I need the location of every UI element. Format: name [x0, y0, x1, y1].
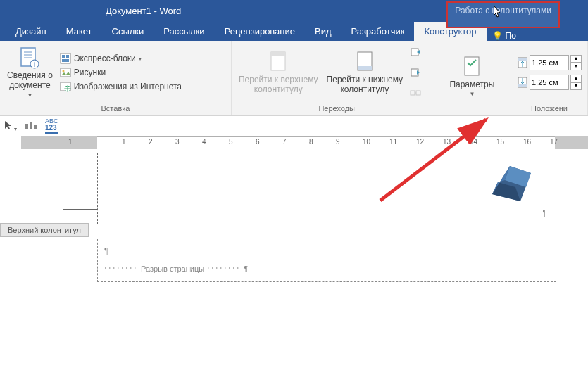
ruler-tick: 15 [496, 138, 504, 146]
group-options: Параметры ▼ [442, 41, 511, 115]
goto-header-icon [267, 51, 289, 73]
tab-review[interactable]: Рецензирование [215, 22, 305, 41]
tell-me-label: По [506, 31, 516, 41]
body-dimmed-area [97, 239, 556, 282]
ruler-tick: 7 [282, 138, 287, 146]
online-picture-icon [60, 81, 71, 92]
previous-section-icon[interactable] [410, 46, 421, 58]
group-navigation: Перейти к верхнему колонтитулу Перейти к… [232, 41, 442, 115]
quick-access: ▾ ABC123 [0, 116, 588, 136]
tab-design[interactable]: Дизайн [6, 22, 56, 41]
tab-layout[interactable]: Макет [56, 22, 102, 41]
ruler-tick: 16 [523, 138, 531, 146]
group-nav-label: Переходы [234, 103, 439, 114]
app-title: Документ1 - Word [106, 6, 181, 16]
group-position-label: Положени [514, 103, 584, 114]
svg-rect-8 [66, 55, 69, 58]
chevron-down-icon: ▼ [469, 91, 475, 98]
lightbulb-icon: 💡 [492, 31, 503, 41]
footer-position-icon [517, 77, 528, 88]
options-button[interactable]: Параметры ▼ [445, 42, 499, 111]
online-pictures-button[interactable]: Изображения из Интернета [60, 81, 182, 92]
ruler-tick: 2 [149, 138, 153, 146]
ruler-tick: 3 [175, 138, 180, 146]
svg-rect-10 [61, 68, 70, 77]
paragraph-mark: ¶ [104, 246, 108, 256]
pictures-button[interactable]: Рисунки [60, 67, 182, 78]
express-label: Экспресс-блоки [74, 53, 136, 63]
options-icon [461, 56, 483, 78]
goto-footer-label: Перейти к нижнему колонтитулу [327, 75, 404, 95]
pictures-label: Рисунки [74, 68, 106, 77]
doc-info-label: Сведения о документе [7, 70, 53, 91]
ruler-tick: 4 [202, 138, 206, 146]
tab-view[interactable]: Вид [305, 22, 342, 41]
svg-text:i: i [34, 61, 35, 68]
logo-image[interactable] [485, 163, 534, 208]
ruler-tick: 14 [470, 138, 477, 146]
svg-rect-7 [62, 55, 65, 58]
title-bar: Документ1 - Word Работа с колонтитулами [0, 0, 588, 21]
goto-header-label: Перейти к верхнему колонтитулу [239, 75, 318, 95]
svg-rect-30 [25, 124, 28, 129]
next-section-icon[interactable] [410, 67, 421, 78]
footer-bottom-input[interactable] [530, 75, 569, 90]
ruler-tick: 8 [309, 138, 313, 146]
ruler-tick: 10 [363, 138, 370, 146]
group-position: ▲▼ ▲▼ Положени [511, 41, 588, 115]
ruler-tick: 1 [68, 138, 73, 146]
svg-rect-31 [30, 122, 32, 129]
break-dots: ‧‧‧‧‧‧‧‧ [104, 264, 138, 273]
context-tab-header-footer[interactable]: Работа с колонтитулами [446, 1, 560, 28]
tab-references[interactable]: Ссылки [102, 22, 154, 41]
svg-rect-32 [34, 125, 37, 129]
stepper-down[interactable]: ▼ [570, 82, 582, 90]
page-break-label: Разрыв страницы [141, 265, 204, 273]
svg-rect-28 [518, 84, 527, 87]
word-count-icon[interactable]: ABC123 [45, 118, 58, 134]
doc-info-button[interactable]: i Сведения о документе ▼ [3, 42, 57, 103]
header-from-top[interactable]: ▲▼ [517, 55, 582, 70]
document-info-icon: i [18, 46, 41, 69]
stepper-down[interactable]: ▼ [570, 63, 582, 70]
document-area[interactable]: ¶ Верхний колонтитул ¶ ‧‧‧‧‧‧‧‧ Разрыв с… [0, 149, 588, 374]
ruler-tick: 13 [443, 138, 451, 146]
ruler-tick: 11 [389, 138, 397, 146]
tab-developer[interactable]: Разработчик [342, 22, 415, 41]
goto-footer-button[interactable]: Перейти к нижнему колонтитулу [323, 42, 408, 103]
margin-indicator [63, 209, 97, 210]
tab-mailings[interactable]: Рассылки [154, 22, 214, 41]
footer-from-bottom[interactable]: ▲▼ [517, 75, 582, 90]
tell-me[interactable]: 💡 По [487, 31, 522, 41]
svg-rect-15 [271, 52, 285, 56]
header-tag: Верхний колонтитул [0, 223, 89, 237]
macros-icon[interactable] [24, 120, 38, 133]
chevron-down-icon: ▾ [139, 56, 142, 62]
select-objects-icon[interactable]: ▾ [3, 120, 17, 133]
paragraph-mark: ¶ [543, 208, 547, 218]
svg-rect-20 [411, 91, 415, 95]
goto-footer-icon [354, 51, 376, 73]
header-top-input[interactable] [530, 55, 569, 70]
picture-icon [60, 67, 71, 78]
express-blocks-button[interactable]: Экспресс-блоки▾ [60, 53, 182, 64]
stepper-up[interactable]: ▲ [570, 55, 582, 63]
group-insert: i Сведения о документе ▼ Экспресс-блоки▾… [0, 41, 232, 115]
page-break-indicator: ‧‧‧‧‧‧‧‧ Разрыв страницы ‧‧‧‧‧‧‧‧ ¶ [104, 264, 248, 273]
svg-rect-25 [518, 58, 527, 61]
svg-rect-21 [416, 91, 420, 95]
building-blocks-icon [60, 53, 71, 64]
context-tab-label: Работа с колонтитулами [455, 6, 551, 15]
ruler-tick: 9 [336, 138, 340, 146]
svg-rect-9 [62, 59, 69, 62]
group-options-label [445, 111, 508, 114]
break-dots: ‧‧‧‧‧‧‧‧ [207, 264, 241, 273]
ruler-tick: 12 [416, 138, 424, 146]
goto-header-button: Перейти к верхнему колонтитулу [234, 42, 323, 103]
link-previous-icon[interactable] [410, 87, 421, 98]
header-editing-area[interactable]: ¶ [97, 153, 556, 224]
horizontal-ruler[interactable]: 11234567891011121314151617 [21, 136, 588, 149]
ribbon: i Сведения о документе ▼ Экспресс-блоки▾… [0, 41, 588, 116]
stepper-up[interactable]: ▲ [570, 75, 582, 82]
header-position-icon [517, 57, 528, 68]
